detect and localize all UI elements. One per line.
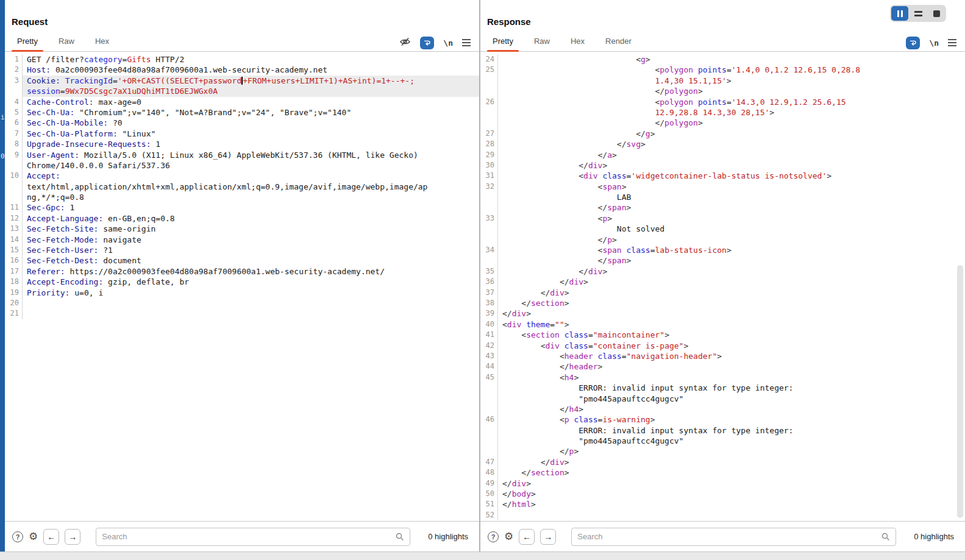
request-tabbar: PrettyRawHex \n bbox=[5, 34, 479, 52]
code-line[interactable]: text/html,application/xhtml+xml,applicat… bbox=[5, 182, 479, 192]
request-title: Request bbox=[12, 16, 48, 27]
tab-render[interactable]: Render bbox=[605, 37, 632, 51]
code-line[interactable]: 18Accept-Encoding: gzip, deflate, br bbox=[5, 277, 479, 287]
code-line[interactable]: 4Cache-Control: max-age=0 bbox=[5, 97, 479, 107]
code-line[interactable]: 9User-Agent: Mozilla/5.0 (X11; Linux x86… bbox=[5, 150, 479, 160]
next-match-button[interactable]: → bbox=[65, 529, 80, 545]
code-text[interactable]: Sec-Fetch-User: ?1 bbox=[22, 245, 479, 255]
code-line[interactable]: 14Sec-Fetch-Mode: navigate bbox=[5, 235, 479, 245]
code-line[interactable]: 17Referer: https://0a2c000903fee04d80a98… bbox=[5, 266, 479, 277]
code-text: </section> bbox=[497, 298, 965, 308]
line-number: 25 bbox=[480, 65, 497, 75]
code-text[interactable]: Sec-Ch-Ua-Platform: "Linux" bbox=[22, 129, 479, 139]
code-line[interactable]: 20 bbox=[5, 298, 479, 308]
code-text: <p> bbox=[497, 213, 965, 224]
pause-button[interactable] bbox=[891, 6, 908, 21]
code-text: "pmo445apauftcc4gugcv" bbox=[497, 436, 965, 446]
code-text[interactable] bbox=[22, 308, 479, 319]
line-number: 37 bbox=[480, 288, 497, 298]
code-text[interactable]: Sec-Fetch-Dest: document bbox=[22, 255, 479, 266]
search-field-wrap bbox=[96, 528, 410, 546]
code-text[interactable]: Sec-Fetch-Site: same-origin bbox=[22, 224, 479, 234]
code-line: 28 </svg> bbox=[480, 139, 965, 149]
menu-icon[interactable] bbox=[948, 39, 956, 46]
code-line: ERROR: invalid input syntax for type int… bbox=[480, 425, 965, 436]
tab-hex[interactable]: Hex bbox=[95, 37, 109, 51]
hide-response-eye-icon[interactable] bbox=[399, 37, 411, 49]
tab-raw[interactable]: Raw bbox=[534, 37, 550, 51]
code-line[interactable]: 5Sec-Ch-Ua: "Chromium";v="140", "Not=A?B… bbox=[5, 107, 479, 118]
code-text[interactable]: GET /filter?category=Gifts HTTP/2 bbox=[22, 54, 479, 65]
prev-match-button[interactable]: ← bbox=[43, 529, 59, 545]
code-line[interactable]: 15Sec-Fetch-User: ?1 bbox=[5, 245, 479, 255]
code-line[interactable]: 3Cookie: TrackingId='+OR+CAST((SELECT+pa… bbox=[5, 76, 479, 86]
help-icon[interactable]: ? bbox=[12, 531, 23, 542]
code-text[interactable]: Sec-Ch-Ua: "Chromium";v="140", "Not=A?Br… bbox=[22, 107, 479, 118]
code-line: 44 </header> bbox=[480, 361, 965, 372]
prev-match-button[interactable]: ← bbox=[519, 529, 535, 545]
code-line[interactable]: 1GET /filter?category=Gifts HTTP/2 bbox=[5, 54, 479, 65]
code-line[interactable]: 13Sec-Fetch-Site: same-origin bbox=[5, 224, 479, 234]
tab-pretty[interactable]: Pretty bbox=[493, 37, 513, 51]
code-line[interactable]: 16Sec-Fetch-Dest: document bbox=[5, 255, 479, 266]
code-line[interactable]: 10Accept: bbox=[5, 171, 479, 181]
search-input[interactable] bbox=[577, 532, 881, 541]
code-text[interactable]: User-Agent: Mozilla/5.0 (X11; Linux x86_… bbox=[22, 150, 479, 160]
line-number: 32 bbox=[480, 182, 497, 192]
code-text[interactable]: Host: 0a2c000903fee04d80a98af7009600a1.w… bbox=[22, 65, 479, 75]
code-text[interactable]: Priority: u=0, i bbox=[22, 288, 479, 298]
code-line[interactable]: ng,*/*;q=0.8 bbox=[5, 192, 479, 202]
line-number: 42 bbox=[480, 341, 497, 351]
code-text[interactable]: Accept: bbox=[22, 171, 479, 181]
code-text[interactable]: Accept-Encoding: gzip, deflate, br bbox=[22, 277, 479, 287]
code-text[interactable]: Cache-Control: max-age=0 bbox=[22, 97, 479, 107]
menu-icon[interactable] bbox=[462, 39, 471, 46]
code-line[interactable]: 12Accept-Language: en-GB,en;q=0.8 bbox=[5, 213, 479, 224]
newline-toggle-icon[interactable]: \n bbox=[443, 38, 453, 48]
help-icon[interactable]: ? bbox=[488, 531, 499, 542]
code-text[interactable]: Sec-Ch-Ua-Mobile: ?0 bbox=[22, 118, 479, 128]
code-line[interactable]: 8Upgrade-Insecure-Requests: 1 bbox=[5, 139, 479, 149]
tab-hex[interactable]: Hex bbox=[571, 37, 585, 51]
request-editor[interactable]: 1GET /filter?category=Gifts HTTP/22Host:… bbox=[5, 52, 479, 521]
code-line[interactable]: 2Host: 0a2c000903fee04d80a98af7009600a1.… bbox=[5, 65, 479, 75]
tab-pretty[interactable]: Pretty bbox=[17, 37, 38, 51]
response-scrollbar-thumb[interactable] bbox=[957, 265, 963, 518]
code-text: </h4> bbox=[497, 404, 965, 414]
code-text[interactable]: ng,*/*;q=0.8 bbox=[22, 192, 479, 202]
code-text[interactable]: Cookie: TrackingId='+OR+CAST((SELECT+pas… bbox=[22, 76, 479, 86]
code-text[interactable]: Chrome/140.0.0.0 Safari/537.36 bbox=[22, 160, 479, 171]
code-line[interactable]: Chrome/140.0.0.0 Safari/537.36 bbox=[5, 160, 479, 171]
code-text: </p> bbox=[497, 446, 965, 456]
code-line[interactable]: 19Priority: u=0, i bbox=[5, 288, 479, 298]
code-line: 38 </section> bbox=[480, 298, 965, 308]
search-input[interactable] bbox=[102, 532, 396, 541]
code-line[interactable]: 6Sec-Ch-Ua-Mobile: ?0 bbox=[5, 118, 479, 128]
code-text[interactable]: Referer: https://0a2c000903fee04d80a98af… bbox=[22, 266, 479, 277]
code-line[interactable]: 7Sec-Ch-Ua-Platform: "Linux" bbox=[5, 129, 479, 139]
code-text: Not solved bbox=[497, 224, 965, 234]
next-match-button[interactable]: → bbox=[540, 529, 556, 545]
newline-toggle-icon[interactable]: \n bbox=[929, 38, 939, 48]
code-text[interactable]: Accept-Language: en-GB,en;q=0.8 bbox=[22, 213, 479, 224]
line-number: 48 bbox=[480, 467, 497, 478]
word-wrap-icon[interactable] bbox=[906, 37, 920, 49]
code-text[interactable] bbox=[22, 298, 479, 308]
tab-raw[interactable]: Raw bbox=[59, 37, 74, 51]
code-text[interactable]: Upgrade-Insecure-Requests: 1 bbox=[22, 139, 479, 149]
line-number bbox=[480, 107, 497, 118]
settings-gear-icon[interactable]: ⚙ bbox=[29, 531, 38, 542]
code-line: 32 <span> bbox=[480, 182, 965, 192]
settings-gear-icon[interactable]: ⚙ bbox=[504, 531, 513, 542]
code-text: </polygon> bbox=[497, 86, 965, 96]
code-line[interactable]: 11Sec-Gpc: 1 bbox=[5, 202, 479, 213]
rows-layout-button[interactable] bbox=[910, 6, 927, 21]
word-wrap-icon[interactable] bbox=[420, 37, 434, 49]
code-text[interactable]: session=9Wx7D5Csgc7aX1uDQhiMT1tD6EJWGx0A bbox=[22, 86, 479, 96]
code-text[interactable]: text/html,application/xhtml+xml,applicat… bbox=[22, 182, 479, 192]
code-text[interactable]: Sec-Gpc: 1 bbox=[22, 202, 479, 213]
code-text[interactable]: Sec-Fetch-Mode: navigate bbox=[22, 235, 479, 245]
code-line[interactable]: 21 bbox=[5, 308, 479, 319]
stop-button[interactable] bbox=[928, 6, 945, 21]
code-line[interactable]: session=9Wx7D5Csgc7aX1uDQhiMT1tD6EJWGx0A bbox=[5, 86, 479, 96]
